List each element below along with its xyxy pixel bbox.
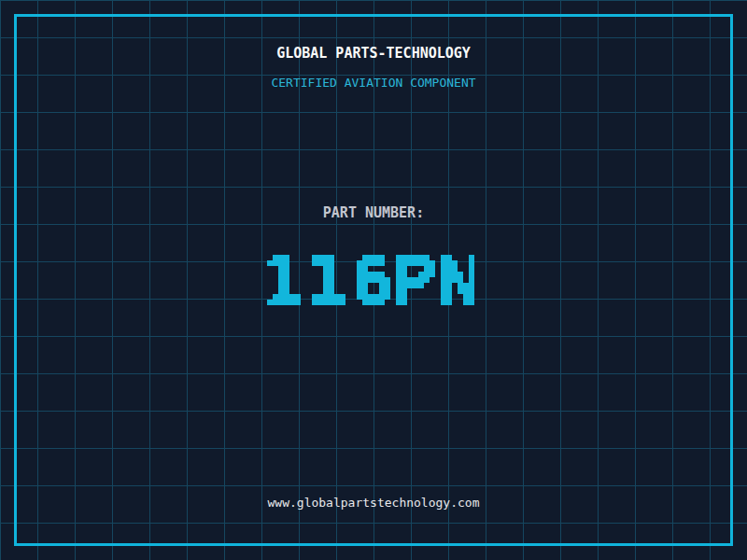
certification-subtitle: CERTIFIED AVIATION COMPONENT (0, 77, 747, 89)
part-number-display-wrap (0, 238, 747, 331)
company-title: GLOBAL PARTS-TECHNOLOGY (0, 47, 747, 61)
website-url: www.globalpartstechnology.com (0, 497, 747, 509)
part-number-label: PART NUMBER: (0, 206, 747, 220)
part-certificate-screen: GLOBAL PARTS-TECHNOLOGY CERTIFIED AVIATI… (0, 0, 747, 560)
part-number-display (256, 238, 491, 328)
